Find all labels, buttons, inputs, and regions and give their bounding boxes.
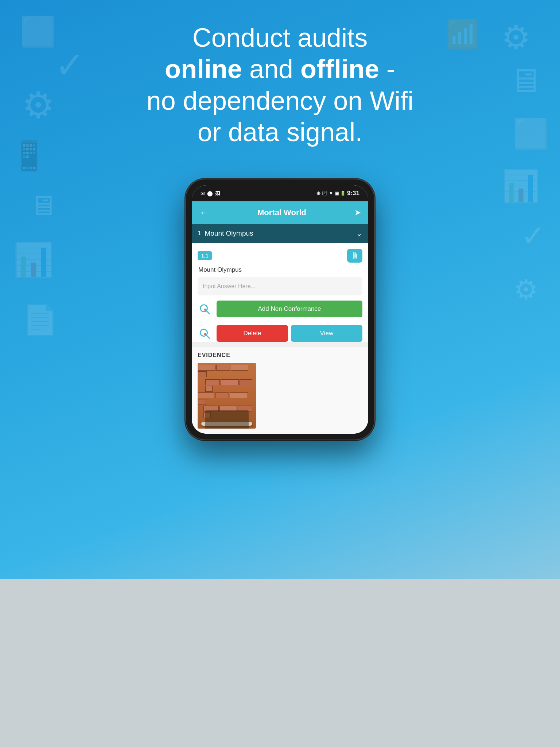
status-bar-left: ✉ ⬤ 🖼 bbox=[201, 190, 220, 196]
item-badge: 1.1 bbox=[198, 251, 212, 260]
vibrate-status-icon: 📳 bbox=[322, 191, 327, 196]
headline-online: online bbox=[165, 54, 242, 84]
item-label: Mount Olympus bbox=[198, 266, 362, 274]
svg-line-4 bbox=[207, 336, 210, 338]
headline-line4: or data signal. bbox=[29, 116, 531, 148]
headline-line1: Conduct audits bbox=[29, 22, 531, 53]
bottom-section bbox=[0, 579, 560, 747]
bluetooth-status-icon: ✳ bbox=[316, 191, 320, 196]
input-placeholder: Input Answer Here... bbox=[203, 283, 256, 290]
nc-search-icon bbox=[198, 302, 211, 316]
svg-point-5 bbox=[204, 333, 206, 335]
headline-line2: online and offline - bbox=[29, 53, 531, 85]
back-button[interactable]: ← bbox=[199, 207, 209, 218]
phone-screen: ✉ ⬤ 🖼 ✳ 📳 ▼ ▣ 🔋 9:31 ← Mortal World ➤ bbox=[192, 185, 368, 434]
paperclip-icon bbox=[351, 252, 359, 260]
signal-status-icon: ▣ bbox=[335, 191, 339, 196]
content-area: 1.1 Mount Olympus Input Answer Here... bbox=[192, 243, 368, 342]
section-header-left: 1 Mount Olympus bbox=[198, 229, 253, 237]
image-status-icon: 🖼 bbox=[215, 190, 220, 196]
add-nc-button[interactable]: Add Non Conformance bbox=[217, 301, 362, 317]
attachment-button[interactable] bbox=[347, 249, 362, 263]
email-status-icon: ✉ bbox=[201, 190, 205, 196]
evidence-label: EVIDENCE bbox=[198, 352, 362, 359]
phone-mockup: ✉ ⬤ 🖼 ✳ 📳 ▼ ▣ 🔋 9:31 ← Mortal World ➤ bbox=[185, 179, 375, 440]
dv-search-icon bbox=[198, 326, 211, 340]
evidence-section: EVIDENCE bbox=[192, 347, 368, 434]
bg-doc-icon: 📄 bbox=[22, 303, 58, 337]
answer-input[interactable]: Input Answer Here... bbox=[198, 277, 362, 295]
status-time: 9:31 bbox=[347, 190, 359, 197]
status-bar-right: ✳ 📳 ▼ ▣ 🔋 9:31 bbox=[316, 190, 359, 197]
svg-point-2 bbox=[204, 309, 206, 311]
section-title: Mount Olympus bbox=[205, 229, 253, 237]
bg-chart2-icon: 📊 bbox=[501, 168, 540, 204]
headline-and: and bbox=[249, 54, 293, 84]
bg-gear3-icon: ⚙ bbox=[514, 274, 538, 306]
app-header: ← Mortal World ➤ bbox=[192, 201, 368, 224]
delete-view-row: Delete View bbox=[198, 325, 362, 342]
delete-button[interactable]: Delete bbox=[217, 325, 288, 342]
headline-offline: offline bbox=[300, 54, 379, 84]
brick-wall bbox=[198, 363, 256, 429]
status-bar: ✉ ⬤ 🖼 ✳ 📳 ▼ ▣ 🔋 9:31 bbox=[192, 185, 368, 201]
section-header[interactable]: 1 Mount Olympus ⌄ bbox=[192, 224, 368, 243]
evidence-image[interactable] bbox=[198, 363, 256, 429]
section-number: 1 bbox=[198, 230, 201, 237]
headline-line3: no dependency on Wifi bbox=[29, 85, 531, 116]
dv-icon bbox=[198, 326, 211, 340]
send-button[interactable]: ➤ bbox=[354, 208, 361, 217]
headline-dash: - bbox=[386, 54, 395, 84]
bg-checkmark2-icon: ✓ bbox=[521, 219, 545, 253]
app-title: Mortal World bbox=[257, 208, 306, 217]
bg-chart-icon: 📊 bbox=[13, 241, 54, 279]
headline-section: Conduct audits online and offline - no d… bbox=[0, 22, 560, 148]
circle-status-icon: ⬤ bbox=[207, 190, 213, 196]
non-conformance-row: Add Non Conformance bbox=[198, 301, 362, 321]
phone-outer-shell: ✉ ⬤ 🖼 ✳ 📳 ▼ ▣ 🔋 9:31 ← Mortal World ➤ bbox=[185, 179, 375, 440]
svg-line-1 bbox=[207, 311, 210, 314]
battery-status-icon: 🔋 bbox=[340, 191, 346, 196]
item-header-row: 1.1 bbox=[198, 249, 362, 263]
bg-monitor-icon: 🖥 bbox=[29, 190, 57, 221]
view-button[interactable]: View bbox=[291, 325, 362, 342]
section-chevron-icon[interactable]: ⌄ bbox=[356, 229, 362, 238]
nc-icon-1 bbox=[198, 302, 211, 316]
delete-view-buttons: Delete View bbox=[217, 325, 362, 342]
wifi-status-icon: ▼ bbox=[329, 191, 333, 196]
